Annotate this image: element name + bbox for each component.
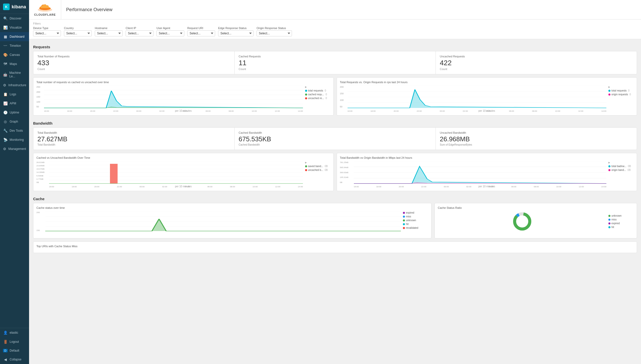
legend-value-saved-bw: 0B [325,165,328,168]
sidebar-item-logout[interactable]: 🚪 Logout [0,337,29,346]
bw-time-chart: Cached vs Uncached Bandwidth Over Time 2… [33,153,334,191]
sidebar-label-logout: Logout [10,340,19,344]
bw-chart1-legend: ▶ saved band... 0B uncached b... 0B [305,161,330,184]
sidebar-label-logs: Logs [10,93,16,96]
legend-label-ratio-hit: hit [611,226,614,229]
bandwidth-charts-row: Cached vs Uncached Bandwidth Over Time 2… [33,153,637,191]
filters-row: Device Type Select... Country Select... … [33,27,637,36]
legend-dot-ratio-hit [608,226,610,228]
filter-user-agent: User Agent Select... [156,27,184,36]
sidebar-label-visualize: Visualize [10,26,22,29]
sidebar-item-logs[interactable]: 📋 Logs [0,90,29,99]
sidebar-item-devtools[interactable]: 🔧 Dev Tools [0,126,29,135]
total-bandwidth-card: Total Bandwidth 27.627MB Total Bandwidth [33,128,235,150]
requests-time-chart: Total number of requests vs cached vs un… [33,77,334,116]
sidebar-label-devtools: Dev Tools [10,129,23,132]
legend-total-req2: total requests 0 [608,89,634,92]
cache-section: Cache Cache status over time 200 150 [33,194,637,253]
sidebar-item-graph[interactable]: ◎ Graph [0,117,29,126]
sidebar-item-timelion[interactable]: 〰 Timelion [0,41,29,50]
filter-select-user-agent[interactable]: Select... [156,30,184,36]
ml-icon: 🤖 [3,73,7,77]
requests-charts-row: Total number of requests vs cached vs un… [33,77,637,116]
legend-label-revalidated: revalidated [406,226,418,229]
expand-bw-chart2-icon[interactable]: ▶ [608,161,634,164]
legend-origin-req: origin requests 0 [608,93,634,96]
legend-dot-total [305,90,307,92]
sidebar-label-default: Default [10,349,19,352]
top-uris-panel: Top URIs with Cache Status Miss [33,241,637,253]
legend-value-origin-bw: 0B [628,169,631,171]
filter-country: Country Select... [64,27,92,36]
filter-select-hostname[interactable]: Select... [95,30,123,36]
sidebar-label-elastic: elastic [10,331,18,334]
sidebar-label-collapse: Collapse [10,358,21,361]
legend-label-ratio-miss: miss [611,218,617,221]
filter-select-origin-response[interactable]: Select... [257,30,292,36]
sidebar-item-ml[interactable]: 🤖 Machine Le... [0,69,29,81]
legend-label-total-bw: total badnw... [611,165,626,168]
filter-select-device-type[interactable]: Select... [33,30,61,36]
total-bw-value: 27.627MB [37,136,230,142]
filter-select-client-ip[interactable]: Select... [126,30,153,36]
bw-chart1-y-axis: 28.61MB 23.84MB 19.07MB 14.30MB 9.54MB 4… [36,161,49,184]
filter-label-origin-response: Origin Response Status [257,27,292,30]
cached-requests-label: Cached Requests [239,55,431,58]
cached-bandwidth-card: Cached Bandwidth 675.535KB Cached Bandwi… [235,128,436,150]
sidebar-item-collapse[interactable]: ◀ Collapse [0,355,29,364]
visualize-icon: 📊 [3,26,8,30]
cache-status-ratio-chart: Cache Status Ratio un [434,203,637,238]
sidebar-item-monitoring[interactable]: 📡 Monitoring [0,135,29,144]
maps-icon: 🗺 [3,62,8,66]
filter-select-request-uri[interactable]: Select... [187,30,215,36]
devtools-icon: 🔧 [3,129,8,133]
cached-bw-value: 675.535KB [239,136,431,142]
sidebar-item-maps[interactable]: 🗺 Maps [0,59,29,69]
legend-label-uncached-bw: uncached b... [308,169,323,171]
origin-requests-chart-title: Total Requests vs. Origin Requests in rp… [340,81,634,84]
legend-label-saved-bw: saved band... [308,165,323,168]
expand-chart1-icon[interactable]: ▶ [305,86,330,88]
sidebar-item-visualize[interactable]: 📊 Visualize [0,23,29,32]
bw-chart1-x-labels: 16:0018:0020:0022:0000:0002:0004:0006:00… [49,186,303,188]
sidebar-item-elastic[interactable]: 👤 elastic [0,328,29,337]
origin-requests-chart-svg: 16:0018:0020:0022:0000:0002:0004:0006:00… [348,86,607,108]
legend-dot-uncached [305,97,307,99]
legend-revalidated: revalidated [403,226,428,229]
origin-bw-chart-legend: ▶ total badnw... 0B origin band... 0B [608,161,634,184]
sidebar-item-canvas[interactable]: 🎨 Canvas [0,50,29,59]
sidebar-item-dashboard[interactable]: ▦ Dashboard [0,32,29,41]
filter-select-country[interactable]: Select... [64,30,92,36]
sidebar-item-discover[interactable]: 🔍 Discover [0,14,29,23]
filter-select-edge-response[interactable]: Select... [218,30,254,36]
filter-label-client-ip: Client IP [126,27,153,30]
expand-bw-chart1-icon[interactable]: ▶ [305,161,330,164]
legend-label-total: total requests [308,89,323,92]
sidebar-label-discover: Discover [10,17,21,20]
total-requests-value: 433 [37,59,230,66]
sidebar-item-infrastructure[interactable]: ⚙ Infrastructure [0,81,29,90]
filter-label-hostname: Hostname [95,27,123,30]
filter-origin-response: Origin Response Status Select... [257,27,292,36]
legend-dot-saved-bw [305,165,307,167]
uptime-icon: 🕐 [3,110,8,115]
sidebar-item-default[interactable]: D Default [0,346,29,355]
requests-chart1-svg: 16:0018:0020:0022:0000:0002:0004:0006:00… [44,86,303,108]
bandwidth-section: Bandwidth Total Bandwidth 27.627MB Total… [33,119,637,191]
page-title: Performance Overview [61,4,118,15]
cloudflare-logo: CLOUDFLARE [34,3,56,16]
uncached-bw-value: 26.968MB [440,136,633,142]
sidebar-item-uptime[interactable]: 🕐 Uptime [0,108,29,117]
legend-dot-hit [403,223,405,225]
cache-chart1-y-axis: 200 150 [36,211,45,232]
origin-bw-chart: Total Bandwidth vs Origin Bandwidth in M… [337,153,637,191]
legend-cached-requests: cached requ... 0 [305,93,330,96]
dashboard-icon: ▦ [3,35,8,39]
expand-chart2-icon[interactable]: ▶ [608,86,634,88]
sidebar-label-timelion: Timelion [10,44,21,48]
sidebar-item-apm[interactable]: 📈 APM [0,99,29,108]
cache-time-chart-area: 200 150 [36,211,428,233]
sidebar-item-management[interactable]: ⚙ Management [0,144,29,153]
sidebar-app-name: kibana [12,4,26,10]
bw-chart2-y-axis: 781.25kB 585.94kB 390.63kB 195.31kB 0B [340,161,354,184]
